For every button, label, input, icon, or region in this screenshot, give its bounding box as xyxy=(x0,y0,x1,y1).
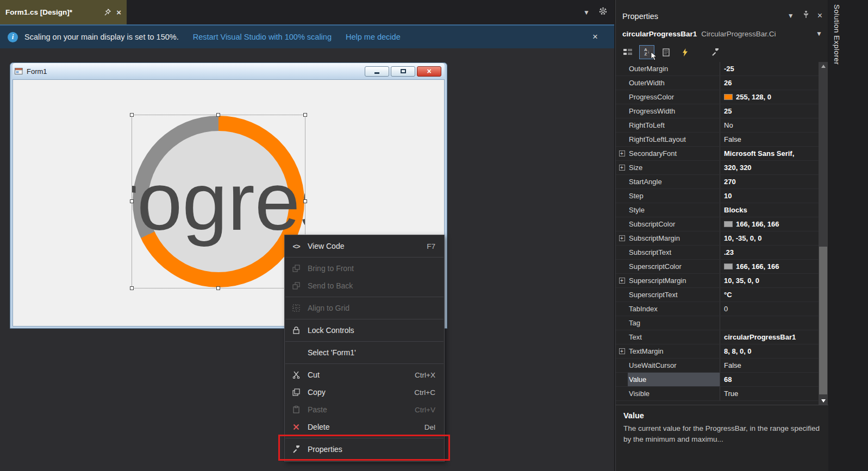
close-icon[interactable]: × xyxy=(817,11,822,21)
property-value[interactable]: 26 xyxy=(720,76,819,90)
property-value[interactable]: False xyxy=(720,359,819,372)
property-row[interactable]: Visible True xyxy=(616,387,819,401)
property-row[interactable]: TextMargin 8, 8, 0, 0 xyxy=(616,344,819,359)
property-row[interactable]: OuterMargin -25 xyxy=(616,62,819,76)
resize-handle-sw[interactable] xyxy=(130,286,134,290)
property-row[interactable]: RightToLeft No xyxy=(616,118,819,133)
resize-handle-n[interactable] xyxy=(216,113,220,117)
property-row[interactable]: ProgressColor 255, 128, 0 xyxy=(616,90,819,104)
resize-handle-e[interactable] xyxy=(303,199,307,203)
property-row[interactable]: Style Blocks xyxy=(616,203,819,217)
form-titlebar[interactable]: Form1 × xyxy=(13,63,445,79)
property-pages-button[interactable] xyxy=(658,45,673,59)
property-row[interactable]: RightToLeftLayout False xyxy=(616,133,819,147)
property-value[interactable]: 68 xyxy=(720,373,819,386)
wrench-button[interactable] xyxy=(708,45,723,59)
minimize-button[interactable] xyxy=(365,66,389,77)
chevron-down-icon[interactable]: ▼ xyxy=(583,9,590,16)
property-value[interactable]: 320, 320 xyxy=(720,161,819,174)
property-name: Visible xyxy=(628,387,720,400)
solution-explorer-vertical-tab[interactable]: Solution Explorer xyxy=(833,0,841,65)
property-value[interactable] xyxy=(720,316,819,330)
property-value[interactable]: 10 xyxy=(720,189,819,203)
menu-item-lock-controls[interactable]: Lock Controls xyxy=(285,322,444,339)
property-row[interactable]: SuperscriptMargin 10, 35, 0, 0 xyxy=(616,274,819,288)
property-value[interactable]: 270 xyxy=(720,175,819,189)
resize-handle-w[interactable] xyxy=(130,199,134,203)
expand-icon[interactable] xyxy=(619,150,625,156)
property-value[interactable]: 166, 166, 166 xyxy=(720,217,819,231)
maximize-button[interactable] xyxy=(391,66,415,77)
menu-separator xyxy=(285,297,444,297)
expand-icon[interactable] xyxy=(619,235,625,241)
categorized-button[interactable] xyxy=(620,45,635,59)
property-row[interactable]: Tag xyxy=(616,316,819,330)
resize-handle-ne[interactable] xyxy=(303,113,307,117)
property-row[interactable]: OuterWidth 26 xyxy=(616,76,819,90)
expand-icon[interactable] xyxy=(619,348,625,354)
property-row[interactable]: Step 10 xyxy=(616,189,819,203)
scrollbar-thumb[interactable] xyxy=(819,247,827,394)
events-lightning-icon[interactable] xyxy=(677,45,692,59)
tab-form1-design[interactable]: Form1.cs [Design]* × xyxy=(0,0,127,24)
property-value[interactable]: .23 xyxy=(720,246,819,259)
property-row-selected[interactable]: Value 68 xyxy=(616,373,819,387)
object-selector-dropdown[interactable]: circularProgressBar1 CircularProgressBar… xyxy=(616,25,828,42)
property-row[interactable]: UseWaitCursor False xyxy=(616,359,819,373)
gear-icon[interactable] xyxy=(598,7,608,18)
menu-item-cut[interactable]: Cut Ctrl+X xyxy=(285,366,444,384)
expand-icon[interactable] xyxy=(619,165,625,171)
description-text: The current value for the ProgressBar, i… xyxy=(623,423,821,445)
property-value[interactable]: 10, 35, 0, 0 xyxy=(720,274,819,287)
property-row[interactable]: SubscriptText .23 xyxy=(616,246,819,260)
property-value[interactable]: 166, 166, 166 xyxy=(720,260,819,273)
property-value[interactable]: -25 xyxy=(720,62,819,76)
property-value[interactable]: 10, -35, 0, 0 xyxy=(720,231,819,245)
resize-handle-s[interactable] xyxy=(216,286,220,290)
property-name: RightToLeftLayout xyxy=(628,133,720,146)
pin-icon[interactable] xyxy=(802,11,809,21)
property-row[interactable]: SecondaryFont Microsoft Sans Serif, xyxy=(616,147,819,161)
close-icon[interactable]: × xyxy=(116,8,121,17)
scroll-down-arrow[interactable] xyxy=(819,397,828,405)
property-row[interactable]: SubscriptMargin 10, -35, 0, 0 xyxy=(616,231,819,246)
property-row[interactable]: Size 320, 320 xyxy=(616,161,819,175)
menu-item-select-form1[interactable]: Select 'Form1' xyxy=(285,344,444,361)
menu-item-copy[interactable]: Copy Ctrl+C xyxy=(285,384,444,401)
scrollbar[interactable] xyxy=(819,62,828,405)
menu-item-view-code[interactable]: <> View Code F7 xyxy=(285,237,444,255)
expand-icon[interactable] xyxy=(619,278,625,284)
property-row[interactable]: SubscriptColor 166, 166, 166 xyxy=(616,217,819,231)
pin-icon[interactable] xyxy=(104,9,111,16)
property-row[interactable]: SuperscriptColor 166, 166, 166 xyxy=(616,260,819,274)
menu-item-delete[interactable]: Delete Del xyxy=(285,418,444,436)
property-value[interactable]: °C xyxy=(720,288,819,302)
property-row[interactable]: StartAngle 270 xyxy=(616,175,819,189)
property-row[interactable]: Text circularProgressBar1 xyxy=(616,330,819,344)
window-buttons: × xyxy=(365,66,441,77)
property-value[interactable]: Microsoft Sans Serif, xyxy=(720,147,819,160)
form-close-button[interactable]: × xyxy=(417,66,441,77)
chevron-down-icon[interactable]: ▼ xyxy=(816,30,822,37)
properties-panel: Properties ▼ × circularProgressBar1 Circ… xyxy=(615,0,828,471)
property-value[interactable]: True xyxy=(720,387,819,400)
scroll-up-arrow[interactable] xyxy=(819,62,828,70)
property-value[interactable]: circularProgressBar1 xyxy=(720,330,819,344)
property-value[interactable]: 0 xyxy=(720,302,819,316)
property-value[interactable]: 8, 8, 0, 0 xyxy=(720,344,819,358)
property-value[interactable]: 255, 128, 0 xyxy=(720,90,819,104)
restart-scaling-link[interactable]: Restart Visual Studio with 100% scaling xyxy=(193,33,332,41)
property-row[interactable]: SuperscriptText °C xyxy=(616,288,819,302)
help-me-decide-link[interactable]: Help me decide xyxy=(346,33,401,41)
property-value[interactable]: False xyxy=(720,133,819,146)
property-value[interactable]: No xyxy=(720,118,819,132)
alphabetical-sort-button[interactable]: AZ ↓ xyxy=(639,45,654,59)
circular-progress-control[interactable]: Progress xyxy=(132,115,305,288)
property-row[interactable]: ProgressWidth 25 xyxy=(616,104,819,118)
resize-handle-nw[interactable] xyxy=(130,113,134,117)
info-bar-close-icon[interactable]: × xyxy=(592,32,598,42)
property-row[interactable]: TabIndex 0 xyxy=(616,302,819,316)
window-position-chevron-icon[interactable]: ▼ xyxy=(788,12,794,20)
property-value[interactable]: Blocks xyxy=(720,203,819,217)
property-value[interactable]: 25 xyxy=(720,104,819,118)
